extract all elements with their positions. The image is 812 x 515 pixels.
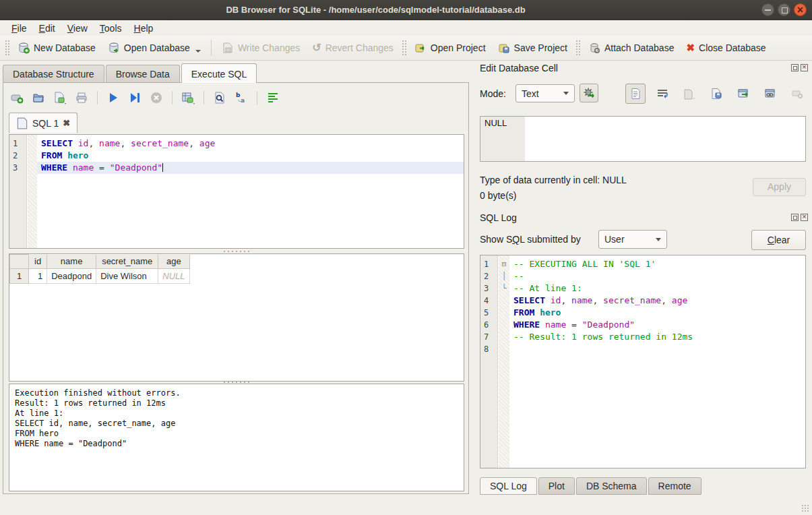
editor-code[interactable]: SELECT id, name, secret_name, ageFROM he… [37,135,464,174]
open-database-button[interactable]: Open Database [102,39,207,57]
log-fold-margin: ⊟│└ [499,255,509,468]
clear-log-button[interactable]: Clear [751,230,806,250]
maximize-icon[interactable] [778,3,790,16]
column-header-secret-name[interactable]: secret_name [96,255,158,269]
open-disabled-icon [683,88,696,100]
splitter-handle[interactable] [222,250,249,253]
sql-tabbar: SQL 1 ✖ [9,113,77,133]
write-changes-button[interactable]: Write Changes [216,39,306,57]
database-open-icon [108,42,120,54]
open-sql-file-button[interactable] [30,90,46,106]
column-header-name[interactable]: name [47,255,96,269]
mode-select[interactable]: Text [516,84,575,102]
cell-age[interactable]: NULL [158,269,189,284]
cell-secret-name[interactable]: Dive Wilson [96,269,158,284]
document-icon [629,88,642,100]
menu-tools[interactable]: Tools [94,22,128,35]
toolbar-handle[interactable] [402,40,406,56]
save-project-button[interactable]: Save Project [492,39,573,57]
save-results-button[interactable] [180,90,196,106]
menu-view[interactable]: View [61,22,94,35]
project-open-icon [414,42,427,54]
edit-cell-dock-buttons [791,64,808,71]
word-wrap-button[interactable] [265,90,281,106]
sql-log-dock-buttons [791,214,808,221]
auto-mode-button[interactable] [580,84,598,102]
attach-database-button[interactable]: Attach Database [582,39,681,57]
toolbar-handle[interactable] [575,40,580,56]
open-in-app-button[interactable] [733,84,753,104]
svg-text:b: b [236,92,241,98]
close-sql-tab-icon[interactable]: ✖ [63,118,70,128]
minimize-icon[interactable] [761,3,774,16]
open-project-button[interactable]: Open Project [408,39,492,57]
corner-header[interactable] [10,255,29,269]
tab-plot[interactable]: Plot [538,477,575,495]
revert-changes-button[interactable]: ↺ Revert Changes [306,39,400,57]
sql-log-title: SQL Log [480,212,517,223]
window-close-icon[interactable] [794,3,807,16]
column-header-id[interactable]: id [29,255,47,269]
sql-editor[interactable]: 123 SELECT id, name, secret_name, ageFRO… [9,134,464,249]
cell-editor-icon-row [625,84,812,104]
find-replace-button[interactable]: ba [233,90,249,106]
results-grid[interactable]: id name secret_name age 1 1 Deadpond Div… [9,253,464,382]
log-filter-select[interactable]: User [598,230,667,249]
log-filter-label: Show SQL submitted by [480,234,581,245]
log-code: -- EXECUTING ALL IN 'SQL 1'---- At line … [509,255,805,355]
toolbar-handle[interactable] [5,40,9,56]
undock-icon[interactable] [791,214,799,221]
tab-browse-data[interactable]: Browse Data [106,65,180,83]
stop-button[interactable] [148,90,164,106]
export-cell-button[interactable] [706,84,726,104]
execution-message-pane[interactable]: Execution finished without errors. Resul… [9,384,464,491]
save-as-icon [710,88,722,100]
execute-sql-panel: ba SQL 1 ✖ 123 SELECT id, name, secret_n… [3,82,469,494]
sql-log-view[interactable]: 12345678 ⊟│└ -- EXECUTING ALL IN 'SQL 1'… [480,255,806,468]
menu-help[interactable]: Help [128,22,160,35]
tab-database-structure[interactable]: Database Structure [3,65,104,83]
project-save-icon [498,42,510,54]
table-row[interactable]: 1 1 Deadpond Dive Wilson NULL [10,269,190,284]
copy-url-button[interactable] [760,84,780,104]
text-mode-button[interactable] [625,84,646,104]
execute-all-button[interactable] [105,90,121,106]
new-database-button[interactable]: New Database [11,39,102,57]
tab-db-schema[interactable]: DB Schema [576,477,647,495]
menubar: File Edit View Tools Help [0,21,812,36]
cell-name[interactable]: Deadpond [47,269,96,284]
import-cell-button[interactable] [679,84,699,104]
editor-line-numbers: 123 [9,135,27,248]
cell-type-info: Type of data currently in cell: NULL [480,175,627,185]
db-browser-window: DB Browser for SQLite - /home/user/code/… [0,0,812,515]
set-null-button[interactable] [787,84,807,104]
sql-file-icon [16,117,28,129]
dropdown-caret-icon [195,50,201,53]
log-line-numbers: 12345678 [480,255,498,468]
find-button[interactable] [212,90,228,106]
tab-remote[interactable]: Remote [648,477,701,495]
tab-execute-sql[interactable]: Execute SQL [181,63,257,83]
sql-tab[interactable]: SQL 1 ✖ [9,113,77,133]
close-database-button[interactable]: ✖ Close Database [680,39,772,57]
open-sql-tab-button[interactable] [9,90,25,106]
cell-id[interactable]: 1 [29,269,47,284]
undock-icon[interactable] [791,64,799,71]
close-icon[interactable] [801,64,808,71]
database-new-icon [18,42,30,54]
row-header[interactable]: 1 [10,269,29,284]
close-database-icon: ✖ [686,42,695,54]
save-sql-file-button[interactable] [52,90,68,106]
tab-sql-log[interactable]: SQL Log [480,477,537,495]
column-header-age[interactable]: age [158,255,189,269]
cell-value-editor[interactable]: NULL [480,116,806,162]
cell-value: NULL [480,117,525,161]
execute-line-button[interactable] [127,90,143,106]
word-wrap-button[interactable] [652,84,673,104]
close-icon[interactable] [801,214,808,221]
print-button[interactable] [73,90,90,106]
menu-file[interactable]: File [5,22,33,35]
apply-button[interactable]: Apply [753,178,806,196]
menu-edit[interactable]: Edit [33,22,61,35]
resize-grip-icon[interactable] [801,504,809,512]
